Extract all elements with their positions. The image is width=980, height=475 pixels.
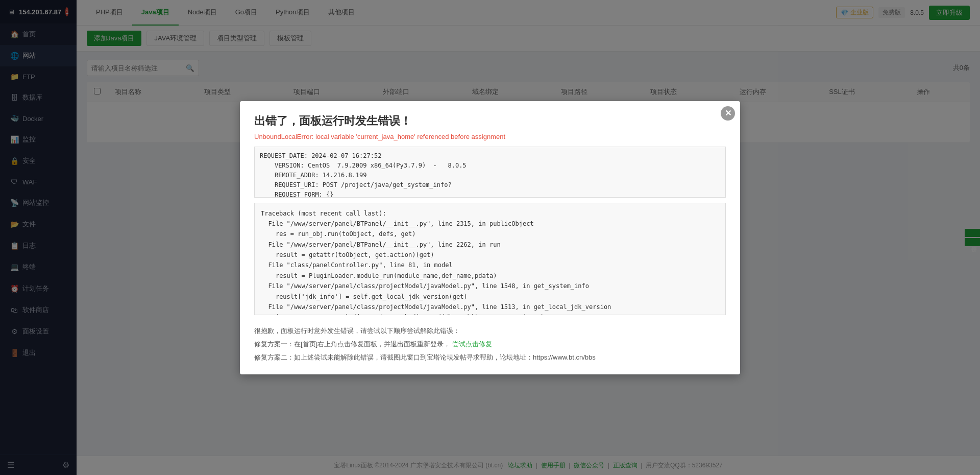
error-modal: ✕ 出错了，面板运行时发生错误！ UnboundLocalError: loca… (240, 101, 740, 374)
close-icon: ✕ (725, 108, 731, 118)
modal-footer-intro: 很抱歉，面板运行时意外发生错误，请尝试以下顺序尝试解除此错误： (254, 324, 726, 338)
modal-footer-repair2: 修复方案二：如上述尝试未能解除此错误，请截图此窗口到宝塔论坛发帖寻求帮助，论坛地… (254, 351, 726, 364)
modal-log-box[interactable]: REQUEST_DATE: 2024-02-07 16:27:52 VERSIO… (254, 147, 726, 198)
modal-footer: 很抱歉，面板运行时意外发生错误，请尝试以下顺序尝试解除此错误： 修复方案一：在[… (240, 315, 740, 374)
modal-error-text: UnboundLocalError: local variable 'curre… (240, 133, 740, 147)
modal-title: 出错了，面板运行时发生错误！ (240, 101, 740, 133)
repair1-link[interactable]: 尝试点击修复 (452, 340, 492, 348)
modal-overlay[interactable]: ✕ 出错了，面板运行时发生错误！ UnboundLocalError: loca… (0, 0, 980, 475)
modal-footer-repair1: 修复方案一：在[首页]右上角点击修复面板，并退出面板重新登录， 尝试点击修复 (254, 338, 726, 351)
repair1-prefix: 修复方案一：在[首页]右上角点击修复面板，并退出面板重新登录， (254, 340, 450, 348)
modal-close-button[interactable]: ✕ (721, 106, 735, 121)
modal-traceback-box[interactable]: Traceback (most recent call last): File … (254, 203, 726, 315)
